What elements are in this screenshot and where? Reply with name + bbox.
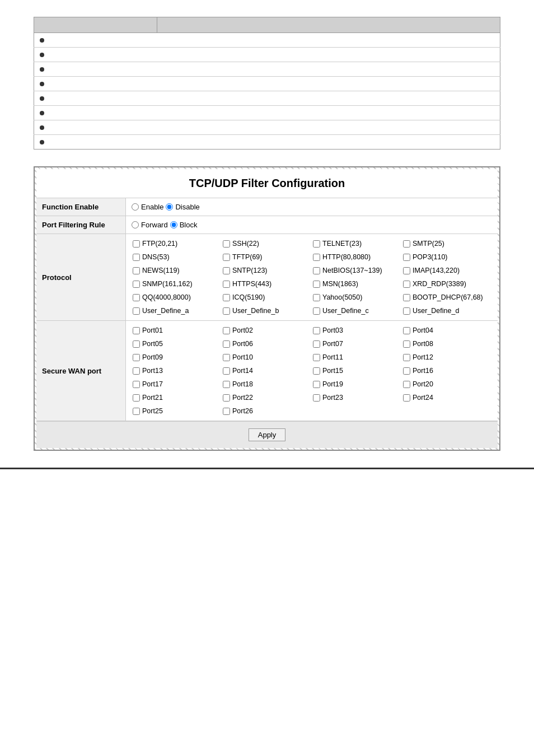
- port26[interactable]: Port26: [222, 405, 312, 417]
- port02[interactable]: Port02: [222, 325, 312, 336]
- protocol-netbios[interactable]: NetBIOS(137~139): [312, 265, 402, 276]
- checkbox-sntp[interactable]: [223, 267, 230, 274]
- protocol-sntp[interactable]: SNTP(123): [222, 265, 312, 276]
- checkbox-port14[interactable]: [223, 367, 230, 375]
- checkbox-port08[interactable]: [403, 340, 410, 348]
- protocol-bootp[interactable]: BOOTP_DHCP(67,68): [402, 292, 492, 303]
- protocol-http[interactable]: HTTP(80,8080): [312, 251, 402, 263]
- checkbox-ssh[interactable]: [223, 240, 230, 248]
- protocol-yahoo[interactable]: Yahoo(5050): [312, 292, 402, 303]
- protocol-ftp[interactable]: FTP(20,21): [132, 238, 222, 249]
- checkbox-port10[interactable]: [223, 354, 230, 361]
- port18[interactable]: Port18: [222, 379, 312, 390]
- checkbox-xrd-rdp[interactable]: [403, 281, 410, 288]
- checkbox-bootp[interactable]: [403, 294, 410, 301]
- checkbox-port04[interactable]: [403, 327, 410, 334]
- checkbox-https[interactable]: [223, 281, 230, 288]
- protocol-qq[interactable]: QQ(4000,8000): [132, 292, 222, 303]
- checkbox-yahoo[interactable]: [313, 294, 320, 301]
- checkbox-imap[interactable]: [403, 267, 410, 274]
- checkbox-user-define-b[interactable]: [223, 307, 230, 315]
- protocol-https[interactable]: HTTPS(443): [222, 278, 312, 290]
- checkbox-port23[interactable]: [313, 394, 320, 402]
- checkbox-snmp[interactable]: [133, 281, 140, 288]
- checkbox-port21[interactable]: [133, 394, 140, 402]
- checkbox-port22[interactable]: [223, 394, 230, 402]
- port25[interactable]: Port25: [132, 405, 222, 417]
- checkbox-http[interactable]: [313, 254, 320, 261]
- port19[interactable]: Port19: [312, 379, 402, 390]
- port17[interactable]: Port17: [132, 379, 222, 390]
- port08[interactable]: Port08: [402, 338, 492, 349]
- port20[interactable]: Port20: [402, 379, 492, 390]
- checkbox-port20[interactable]: [403, 381, 410, 388]
- checkbox-port13[interactable]: [133, 367, 140, 375]
- checkbox-tftp[interactable]: [223, 254, 230, 261]
- checkbox-qq[interactable]: [133, 294, 140, 301]
- checkbox-msn[interactable]: [313, 281, 320, 288]
- checkbox-port15[interactable]: [313, 367, 320, 375]
- protocol-user-define-a[interactable]: User_Define_a: [132, 305, 222, 316]
- checkbox-port05[interactable]: [133, 340, 140, 348]
- checkbox-port25[interactable]: [133, 408, 140, 415]
- protocol-tftp[interactable]: TFTP(69): [222, 251, 312, 263]
- protocol-pop3[interactable]: POP3(110): [402, 251, 492, 263]
- port06[interactable]: Port06: [222, 338, 312, 349]
- port16[interactable]: Port16: [402, 365, 492, 376]
- checkbox-icq[interactable]: [223, 294, 230, 301]
- checkbox-port24[interactable]: [403, 394, 410, 402]
- checkbox-smtp[interactable]: [403, 240, 410, 248]
- protocol-snmp[interactable]: SNMP(161,162): [132, 278, 222, 290]
- checkbox-user-define-d[interactable]: [403, 307, 410, 315]
- port11[interactable]: Port11: [312, 352, 402, 363]
- protocol-telnet[interactable]: TELNET(23): [312, 238, 402, 249]
- block-radio[interactable]: [170, 221, 177, 228]
- checkbox-port07[interactable]: [313, 340, 320, 348]
- port14[interactable]: Port14: [222, 365, 312, 376]
- protocol-user-define-d[interactable]: User_Define_d: [402, 305, 492, 316]
- checkbox-telnet[interactable]: [313, 240, 320, 248]
- checkbox-news[interactable]: [133, 267, 140, 274]
- checkbox-port09[interactable]: [133, 354, 140, 361]
- protocol-user-define-c[interactable]: User_Define_c: [312, 305, 402, 316]
- protocol-ssh[interactable]: SSH(22): [222, 238, 312, 249]
- port04[interactable]: Port04: [402, 325, 492, 336]
- port09[interactable]: Port09: [132, 352, 222, 363]
- protocol-imap[interactable]: IMAP(143,220): [402, 265, 492, 276]
- checkbox-port19[interactable]: [313, 381, 320, 388]
- checkbox-ftp[interactable]: [133, 240, 140, 248]
- checkbox-user-define-a[interactable]: [133, 307, 140, 315]
- enable-radio[interactable]: [132, 203, 139, 211]
- protocol-xrd-rdp[interactable]: XRD_RDP(3389): [402, 278, 492, 290]
- port12[interactable]: Port12: [402, 352, 492, 363]
- checkbox-port26[interactable]: [223, 408, 230, 415]
- forward-radio[interactable]: [132, 221, 139, 228]
- disable-radio-label[interactable]: Disable: [166, 203, 199, 211]
- port21[interactable]: Port21: [132, 392, 222, 403]
- port13[interactable]: Port13: [132, 365, 222, 376]
- checkbox-port01[interactable]: [133, 327, 140, 334]
- port03[interactable]: Port03: [312, 325, 402, 336]
- port15[interactable]: Port15: [312, 365, 402, 376]
- checkbox-port12[interactable]: [403, 354, 410, 361]
- port24[interactable]: Port24: [402, 392, 492, 403]
- protocol-user-define-b[interactable]: User_Define_b: [222, 305, 312, 316]
- protocol-msn[interactable]: MSN(1863): [312, 278, 402, 290]
- port05[interactable]: Port05: [132, 338, 222, 349]
- protocol-icq[interactable]: ICQ(5190): [222, 292, 312, 303]
- protocol-news[interactable]: NEWS(119): [132, 265, 222, 276]
- checkbox-port16[interactable]: [403, 367, 410, 375]
- checkbox-port11[interactable]: [313, 354, 320, 361]
- checkbox-port18[interactable]: [223, 381, 230, 388]
- port10[interactable]: Port10: [222, 352, 312, 363]
- port01[interactable]: Port01: [132, 325, 222, 336]
- checkbox-port02[interactable]: [223, 327, 230, 334]
- checkbox-pop3[interactable]: [403, 254, 410, 261]
- port23[interactable]: Port23: [312, 392, 402, 403]
- forward-radio-label[interactable]: Forward: [132, 221, 168, 229]
- checkbox-dns[interactable]: [133, 254, 140, 261]
- protocol-smtp[interactable]: SMTP(25): [402, 238, 492, 249]
- enable-radio-label[interactable]: Enable: [132, 203, 163, 211]
- checkbox-port03[interactable]: [313, 327, 320, 334]
- port07[interactable]: Port07: [312, 338, 402, 349]
